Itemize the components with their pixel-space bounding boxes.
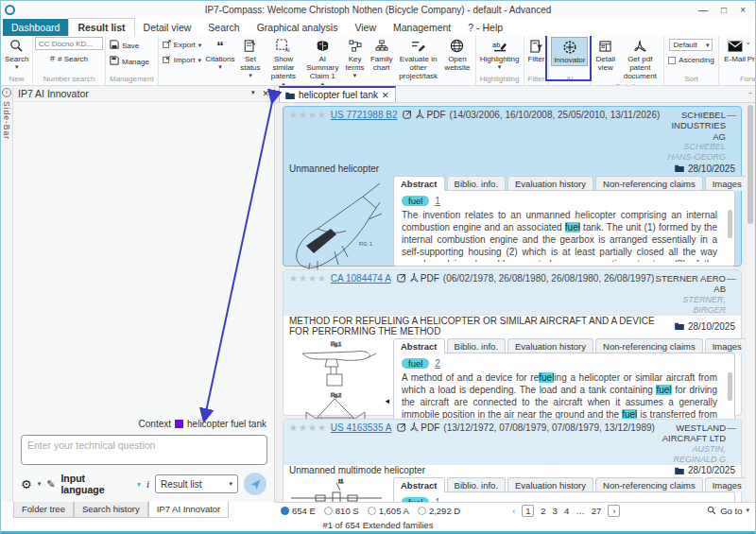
save-button[interactable]: Save [108, 39, 141, 52]
patent-number-link[interactable]: CA 1084474 A [331, 273, 391, 284]
card-tab-images[interactable]: Images [705, 338, 746, 353]
menu-view[interactable]: View [346, 19, 385, 36]
import-button[interactable]: Import▾ [161, 54, 204, 66]
tab-folder-tree[interactable]: Folder tree [13, 502, 74, 518]
menu-result-list[interactable]: Result list [68, 18, 134, 36]
open-website-button[interactable]: Open website [441, 37, 473, 73]
menu-graphical-analysis[interactable]: Graphical analysis [249, 19, 347, 36]
card-tab-claims[interactable]: Non-referencing claims [595, 338, 703, 353]
card-tab-eval-history[interactable]: Evaluation history [507, 176, 593, 191]
card-tab-abstract[interactable]: Abstract [393, 338, 445, 353]
export-button[interactable]: Export▾ [161, 39, 204, 51]
ribbon-collapse-icon[interactable]: ⌄ [745, 38, 751, 46]
gear-caret-icon[interactable]: ▾ [38, 480, 42, 488]
key-terms-button[interactable]: Key terms ▾ [342, 37, 368, 80]
pdf-icon[interactable] [410, 422, 419, 432]
number-search-button[interactable]: # # Search [48, 53, 90, 64]
minimize-icon[interactable]: — [698, 5, 708, 15]
menu-detail-view[interactable]: Detail view [135, 19, 200, 36]
term-count-link[interactable]: 2 [435, 358, 440, 369]
card-tab-biblio[interactable]: Biblio. info. [447, 176, 506, 191]
tab-ip7-ai-innovator[interactable]: IP7 AI Innovator [148, 501, 230, 518]
citations-button[interactable]: “ Citations ▾ [203, 37, 236, 72]
menu-management[interactable]: Management [385, 19, 459, 36]
innovator-button[interactable]: Innovator [551, 37, 588, 66]
splitter-handle-icon[interactable]: ÷ [747, 90, 754, 96]
evaluate-other-button[interactable]: Evaluate in other project/task [395, 37, 441, 82]
sort-select[interactable]: Default ▾ [669, 39, 713, 51]
target-select[interactable]: Result list ▾ [155, 474, 238, 493]
patent-number-link[interactable]: US 7721988 B2 [331, 110, 398, 120]
card-tab-claims[interactable]: Non-referencing claims [595, 477, 703, 492]
collapse-card-icon[interactable]: — [727, 422, 736, 433]
card-tab-biblio[interactable]: Biblio. info. [447, 477, 506, 492]
register-icon[interactable] [397, 273, 406, 283]
radio-applications[interactable]: 1,605 A [368, 506, 409, 516]
pdf-label[interactable]: PDF [421, 273, 439, 284]
next-page-icon[interactable]: › [608, 505, 620, 517]
abstract-scrollbar[interactable] [728, 372, 732, 401]
collapse-card-icon[interactable]: — [727, 110, 736, 120]
card-tab-abstract[interactable]: Abstract [393, 176, 445, 191]
panel-close-icon[interactable]: ✕ [262, 89, 269, 98]
pdf-label[interactable]: PDF [421, 422, 439, 433]
scrollbar-thumb[interactable] [747, 105, 753, 224]
page-button-27[interactable]: 27 [592, 506, 602, 516]
sidebar-collapse-icon[interactable]: ‹ [2, 88, 11, 97]
maximize-icon[interactable]: □ [721, 5, 727, 15]
input-language-label[interactable]: Input language [60, 473, 131, 495]
language-caret-icon[interactable]: ▾ [137, 480, 141, 489]
rating-stars[interactable]: ★★★★ [289, 422, 327, 433]
card-tab-abstract[interactable]: Abstract [393, 477, 445, 492]
prev-page-icon[interactable]: ‹ [512, 506, 515, 516]
highlighting-button[interactable]: ab Highlighting ▾ [478, 37, 522, 72]
patent-card[interactable]: ★★★★ US 4163535 A PDF (13/12/1972, 07/08… [283, 419, 742, 502]
family-chart-button[interactable]: Family chart [368, 37, 395, 73]
rating-stars[interactable]: ★★★★ [289, 110, 327, 120]
rating-stars[interactable]: ★★★★ [289, 273, 327, 284]
panel-menu-caret-icon[interactable]: ▾ [251, 89, 255, 98]
pdf-icon[interactable] [416, 110, 424, 119]
show-similar-patents-button[interactable]: AI Show similar patents ▾ [264, 37, 302, 86]
radio-documents[interactable]: 2,292 D [418, 506, 460, 516]
page-button-3[interactable]: 3 [553, 506, 558, 516]
card-tab-images[interactable]: Images [705, 477, 746, 492]
card-tab-biblio[interactable]: Biblio. info. [447, 338, 506, 353]
term-badge[interactable]: fuel [402, 497, 429, 502]
set-status-button[interactable]: Set status ▾ [236, 37, 264, 80]
radio-simple[interactable]: 810 S [324, 506, 359, 516]
info-icon[interactable]: i [146, 478, 149, 490]
term-badge[interactable]: fuel [402, 196, 429, 206]
abstract-scrollbar[interactable] [728, 210, 732, 238]
detail-view-button[interactable]: Detail view [593, 37, 618, 73]
goto-control[interactable]: Go to ▾ [707, 506, 749, 516]
menu-search[interactable]: Search [199, 19, 248, 36]
send-button[interactable] [244, 473, 266, 495]
term-count-link[interactable]: 1 [435, 196, 440, 206]
card-tab-images[interactable]: Images [705, 176, 746, 191]
tab-search-history[interactable]: Search history [74, 502, 148, 518]
page-button-4[interactable]: 4 [564, 506, 569, 516]
splitter-collapse-icon[interactable]: ◂ [385, 396, 389, 405]
page-button-2[interactable]: 2 [541, 506, 545, 516]
get-pdf-button[interactable]: Get pdf patent document [618, 37, 662, 82]
tab-close-icon[interactable]: ✕ [382, 91, 389, 100]
card-tab-eval-history[interactable]: Evaluation history [507, 338, 593, 353]
close-icon[interactable]: × [740, 5, 746, 15]
register-icon[interactable] [403, 110, 412, 119]
card-tab-claims[interactable]: Non-referencing claims [595, 176, 703, 191]
pencil-icon[interactable]: ✎ [46, 478, 55, 491]
radio-extended[interactable]: 654 E [281, 506, 316, 516]
register-icon[interactable] [397, 422, 406, 432]
technical-question-input[interactable] [21, 435, 267, 465]
patent-card[interactable]: ★★★★ CA 1084474 A PDF (06/02/1978, 26/08… [283, 269, 742, 416]
term-badge[interactable]: fuel [402, 358, 429, 369]
patent-card[interactable]: ★★★★ US 7721988 B2 PDF (14/03/2006, 16/1… [283, 106, 742, 267]
results-scrollbar[interactable]: ÷ [747, 103, 754, 502]
collapse-card-icon[interactable]: — [727, 273, 736, 284]
ai-summary-button[interactable]: AI Summary Claim 1 ▾ [303, 37, 342, 86]
page-button-1[interactable]: 1 [522, 505, 534, 517]
pdf-icon[interactable] [410, 273, 419, 283]
patent-number-link[interactable]: US 4163535 A [331, 422, 392, 433]
filter-button[interactable]: Filter [526, 37, 547, 64]
